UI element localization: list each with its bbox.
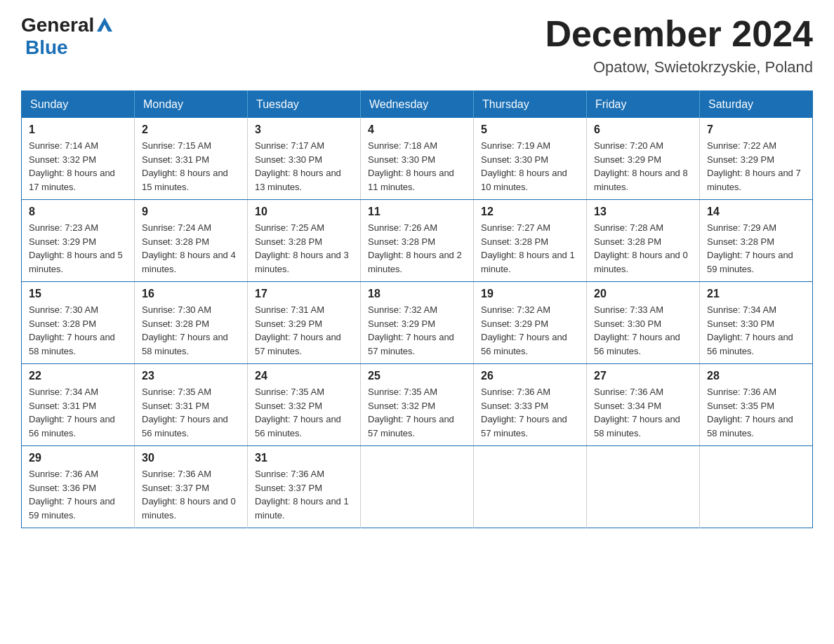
- day-number: 17: [255, 288, 353, 300]
- day-info: Sunrise: 7:36 AMSunset: 3:36 PMDaylight:…: [29, 469, 115, 521]
- day-number: 23: [142, 370, 240, 382]
- day-info: Sunrise: 7:35 AMSunset: 3:32 PMDaylight:…: [255, 387, 341, 438]
- table-row: 2 Sunrise: 7:15 AMSunset: 3:31 PMDayligh…: [135, 118, 248, 200]
- col-saturday: Saturday: [700, 91, 813, 119]
- logo-triangle-icon: [97, 18, 112, 34]
- col-tuesday: Tuesday: [248, 91, 361, 119]
- day-number: 3: [255, 123, 353, 136]
- day-info: Sunrise: 7:36 AMSunset: 3:37 PMDaylight:…: [255, 469, 349, 521]
- table-row: 29 Sunrise: 7:36 AMSunset: 3:36 PMDaylig…: [22, 446, 135, 528]
- day-number: 6: [594, 123, 692, 136]
- table-row: 13 Sunrise: 7:28 AMSunset: 3:28 PMDaylig…: [587, 200, 700, 282]
- table-row: 31 Sunrise: 7:36 AMSunset: 3:37 PMDaylig…: [248, 446, 361, 528]
- day-info: Sunrise: 7:18 AMSunset: 3:30 PMDaylight:…: [368, 140, 454, 192]
- day-info: Sunrise: 7:25 AMSunset: 3:28 PMDaylight:…: [255, 222, 349, 274]
- calendar-week-row: 29 Sunrise: 7:36 AMSunset: 3:36 PMDaylig…: [22, 446, 813, 528]
- table-row: 22 Sunrise: 7:34 AMSunset: 3:31 PMDaylig…: [22, 364, 135, 446]
- day-info: Sunrise: 7:19 AMSunset: 3:30 PMDaylight:…: [481, 140, 567, 192]
- title-section: December 2024 Opatow, Swietokrzyskie, Po…: [545, 14, 813, 76]
- day-info: Sunrise: 7:23 AMSunset: 3:29 PMDaylight:…: [29, 222, 123, 274]
- main-title: December 2024: [545, 14, 813, 54]
- day-info: Sunrise: 7:30 AMSunset: 3:28 PMDaylight:…: [142, 304, 228, 356]
- page-header: General Blue December 2024 Opatow, Swiet…: [21, 14, 813, 76]
- calendar-week-row: 22 Sunrise: 7:34 AMSunset: 3:31 PMDaylig…: [22, 364, 813, 446]
- table-row: 8 Sunrise: 7:23 AMSunset: 3:29 PMDayligh…: [22, 200, 135, 282]
- day-number: 5: [481, 123, 579, 136]
- table-row: 6 Sunrise: 7:20 AMSunset: 3:29 PMDayligh…: [587, 118, 700, 200]
- table-row: 25 Sunrise: 7:35 AMSunset: 3:32 PMDaylig…: [361, 364, 474, 446]
- table-row: 19 Sunrise: 7:32 AMSunset: 3:29 PMDaylig…: [474, 282, 587, 364]
- day-number: 18: [368, 288, 466, 300]
- day-number: 22: [29, 370, 127, 382]
- table-row: 17 Sunrise: 7:31 AMSunset: 3:29 PMDaylig…: [248, 282, 361, 364]
- day-number: 8: [29, 206, 127, 218]
- day-number: 13: [594, 206, 692, 218]
- day-number: 11: [368, 206, 466, 218]
- table-row: 16 Sunrise: 7:30 AMSunset: 3:28 PMDaylig…: [135, 282, 248, 364]
- day-info: Sunrise: 7:36 AMSunset: 3:35 PMDaylight:…: [707, 387, 793, 438]
- table-row: [587, 446, 700, 528]
- day-number: 2: [142, 123, 240, 136]
- table-row: 20 Sunrise: 7:33 AMSunset: 3:30 PMDaylig…: [587, 282, 700, 364]
- day-info: Sunrise: 7:28 AMSunset: 3:28 PMDaylight:…: [594, 222, 688, 274]
- table-row: 11 Sunrise: 7:26 AMSunset: 3:28 PMDaylig…: [361, 200, 474, 282]
- calendar-table: Sunday Monday Tuesday Wednesday Thursday…: [21, 90, 813, 528]
- table-row: 26 Sunrise: 7:36 AMSunset: 3:33 PMDaylig…: [474, 364, 587, 446]
- col-monday: Monday: [135, 91, 248, 119]
- table-row: 21 Sunrise: 7:34 AMSunset: 3:30 PMDaylig…: [700, 282, 813, 364]
- day-info: Sunrise: 7:29 AMSunset: 3:28 PMDaylight:…: [707, 222, 793, 274]
- table-row: 28 Sunrise: 7:36 AMSunset: 3:35 PMDaylig…: [700, 364, 813, 446]
- day-info: Sunrise: 7:30 AMSunset: 3:28 PMDaylight:…: [29, 304, 115, 356]
- day-number: 24: [255, 370, 353, 382]
- day-info: Sunrise: 7:33 AMSunset: 3:30 PMDaylight:…: [594, 304, 680, 356]
- day-info: Sunrise: 7:22 AMSunset: 3:29 PMDaylight:…: [707, 140, 801, 192]
- calendar-week-row: 15 Sunrise: 7:30 AMSunset: 3:28 PMDaylig…: [22, 282, 813, 364]
- table-row: 23 Sunrise: 7:35 AMSunset: 3:31 PMDaylig…: [135, 364, 248, 446]
- day-info: Sunrise: 7:36 AMSunset: 3:33 PMDaylight:…: [481, 387, 567, 438]
- table-row: 5 Sunrise: 7:19 AMSunset: 3:30 PMDayligh…: [474, 118, 587, 200]
- day-number: 19: [481, 288, 579, 300]
- day-number: 31: [255, 452, 353, 464]
- day-info: Sunrise: 7:36 AMSunset: 3:34 PMDaylight:…: [594, 387, 680, 438]
- day-info: Sunrise: 7:14 AMSunset: 3:32 PMDaylight:…: [29, 140, 115, 192]
- table-row: 15 Sunrise: 7:30 AMSunset: 3:28 PMDaylig…: [22, 282, 135, 364]
- day-info: Sunrise: 7:15 AMSunset: 3:31 PMDaylight:…: [142, 140, 228, 192]
- table-row: 10 Sunrise: 7:25 AMSunset: 3:28 PMDaylig…: [248, 200, 361, 282]
- table-row: 7 Sunrise: 7:22 AMSunset: 3:29 PMDayligh…: [700, 118, 813, 200]
- day-info: Sunrise: 7:20 AMSunset: 3:29 PMDaylight:…: [594, 140, 688, 192]
- day-info: Sunrise: 7:32 AMSunset: 3:29 PMDaylight:…: [481, 304, 567, 356]
- day-number: 21: [707, 288, 805, 300]
- day-info: Sunrise: 7:27 AMSunset: 3:28 PMDaylight:…: [481, 222, 575, 274]
- table-row: 1 Sunrise: 7:14 AMSunset: 3:32 PMDayligh…: [22, 118, 135, 200]
- day-number: 30: [142, 452, 240, 464]
- day-info: Sunrise: 7:36 AMSunset: 3:37 PMDaylight:…: [142, 469, 236, 521]
- logo-blue-text: Blue: [25, 36, 68, 59]
- table-row: [361, 446, 474, 528]
- day-number: 16: [142, 288, 240, 300]
- day-info: Sunrise: 7:17 AMSunset: 3:30 PMDaylight:…: [255, 140, 341, 192]
- table-row: 4 Sunrise: 7:18 AMSunset: 3:30 PMDayligh…: [361, 118, 474, 200]
- day-number: 7: [707, 123, 805, 136]
- table-row: 14 Sunrise: 7:29 AMSunset: 3:28 PMDaylig…: [700, 200, 813, 282]
- day-info: Sunrise: 7:34 AMSunset: 3:30 PMDaylight:…: [707, 304, 793, 356]
- calendar-week-row: 8 Sunrise: 7:23 AMSunset: 3:29 PMDayligh…: [22, 200, 813, 282]
- table-row: 9 Sunrise: 7:24 AMSunset: 3:28 PMDayligh…: [135, 200, 248, 282]
- day-info: Sunrise: 7:26 AMSunset: 3:28 PMDaylight:…: [368, 222, 462, 274]
- day-number: 1: [29, 123, 127, 136]
- day-number: 26: [481, 370, 579, 382]
- day-number: 4: [368, 123, 466, 136]
- col-wednesday: Wednesday: [361, 91, 474, 119]
- day-number: 9: [142, 206, 240, 218]
- day-number: 14: [707, 206, 805, 218]
- calendar-week-row: 1 Sunrise: 7:14 AMSunset: 3:32 PMDayligh…: [22, 118, 813, 200]
- table-row: 3 Sunrise: 7:17 AMSunset: 3:30 PMDayligh…: [248, 118, 361, 200]
- day-info: Sunrise: 7:31 AMSunset: 3:29 PMDaylight:…: [255, 304, 341, 356]
- table-row: [700, 446, 813, 528]
- col-thursday: Thursday: [474, 91, 587, 119]
- day-info: Sunrise: 7:35 AMSunset: 3:31 PMDaylight:…: [142, 387, 228, 438]
- calendar-header-row: Sunday Monday Tuesday Wednesday Thursday…: [22, 91, 813, 119]
- day-info: Sunrise: 7:35 AMSunset: 3:32 PMDaylight:…: [368, 387, 454, 438]
- table-row: 12 Sunrise: 7:27 AMSunset: 3:28 PMDaylig…: [474, 200, 587, 282]
- day-number: 15: [29, 288, 127, 300]
- day-info: Sunrise: 7:24 AMSunset: 3:28 PMDaylight:…: [142, 222, 236, 274]
